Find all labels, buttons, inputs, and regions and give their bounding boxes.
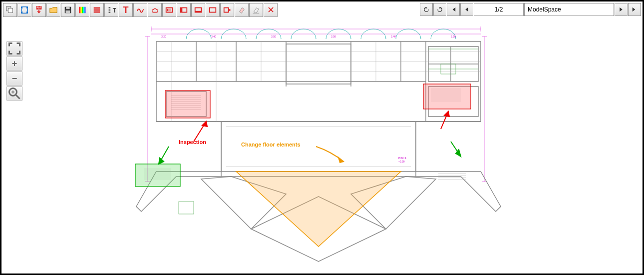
svg-rect-24 (224, 8, 229, 12)
rotate-ccw-button[interactable] (420, 3, 433, 16)
svg-rect-7 (66, 10, 70, 13)
svg-rect-71 (179, 202, 194, 214)
svg-rect-9 (80, 7, 82, 14)
svg-rect-13 (94, 8, 100, 9)
erase-button[interactable] (235, 3, 249, 17)
cloud-button[interactable] (148, 3, 162, 17)
rect-outline-button[interactable] (206, 3, 220, 17)
change-label: Change floor elements (241, 142, 301, 148)
rect-left-button[interactable] (177, 3, 191, 17)
drawing-canvas[interactable]: Inspection Change floor elements 3.203.4… (1, 2, 643, 274)
red-markup-2[interactable] (423, 84, 471, 109)
rect-arrow-button[interactable] (220, 3, 234, 17)
page-input[interactable] (474, 3, 524, 16)
zoom-panel: + − (6, 42, 22, 100)
text-button[interactable]: T (119, 3, 133, 17)
prev-page-button[interactable] (460, 3, 473, 16)
open-button[interactable] (46, 3, 60, 17)
svg-text:3.40: 3.40 (211, 35, 216, 38)
fit-button[interactable] (17, 3, 31, 17)
cad-viewer: PDF T T ✕ + − Inspection Change floor el… (0, 0, 644, 275)
inspection-label: Inspection (179, 139, 206, 145)
fullscreen-button[interactable] (6, 42, 22, 56)
svg-marker-100 (202, 122, 207, 126)
text-align-button[interactable]: T (104, 3, 118, 17)
last-page-button[interactable] (628, 3, 641, 16)
svg-rect-6 (66, 7, 69, 10)
rect-bottom-button[interactable] (191, 3, 205, 17)
svg-rect-8 (79, 7, 81, 14)
erase2-button[interactable] (249, 3, 263, 17)
svg-marker-107 (338, 158, 343, 162)
colors-button[interactable] (75, 3, 89, 17)
zoom-out-button[interactable]: − (6, 72, 22, 86)
svg-text:3.40: 3.40 (391, 35, 396, 38)
svg-rect-18 (167, 9, 171, 11)
svg-marker-102 (444, 112, 449, 116)
svg-rect-10 (82, 7, 83, 14)
next-page-button[interactable] (615, 3, 628, 16)
svg-rect-1 (8, 8, 12, 12)
rotate-cw-button[interactable] (433, 3, 446, 16)
list-button[interactable] (90, 3, 104, 17)
layers-button[interactable] (3, 3, 17, 17)
svg-rect-15 (94, 12, 100, 13)
svg-marker-104 (159, 158, 164, 164)
svg-text:3.20: 3.20 (451, 35, 456, 38)
svg-rect-53 (286, 44, 351, 84)
svg-text:3.20: 3.20 (161, 35, 166, 38)
svg-text:PISO 1: PISO 1 (398, 156, 406, 160)
svg-text:+5.30: +5.30 (398, 160, 405, 163)
pdf-export-button[interactable]: PDF (32, 3, 46, 17)
svg-rect-20 (181, 8, 183, 12)
svg-rect-17 (166, 8, 173, 12)
svg-rect-11 (83, 7, 85, 14)
modelspace-select[interactable] (524, 3, 614, 16)
svg-rect-14 (94, 10, 100, 11)
floorplan-svg: Inspection Change floor elements 3.203.4… (121, 22, 521, 272)
zoom-in-button[interactable]: + (6, 56, 22, 70)
svg-rect-12 (85, 7, 86, 14)
green-markup-1[interactable] (135, 164, 180, 186)
main-toolbar: PDF T T ✕ (3, 3, 278, 17)
rect1-button[interactable] (162, 3, 176, 17)
first-page-button[interactable] (447, 3, 460, 16)
svg-rect-23 (210, 8, 216, 12)
zoom-tool-button[interactable] (6, 86, 22, 100)
svg-line-27 (16, 95, 20, 99)
svg-rect-22 (195, 11, 202, 12)
svg-text:3.50: 3.50 (271, 35, 276, 38)
svg-text:T: T (113, 7, 116, 14)
freehand-button[interactable] (133, 3, 147, 17)
svg-text:PDF: PDF (37, 6, 41, 9)
red-markup-1[interactable] (165, 90, 210, 118)
delete-button[interactable]: ✕ (264, 3, 278, 17)
nav-bar (420, 3, 641, 16)
save-button[interactable] (61, 3, 75, 17)
svg-text:3.50: 3.50 (331, 35, 336, 38)
orange-markup[interactable] (236, 172, 401, 246)
